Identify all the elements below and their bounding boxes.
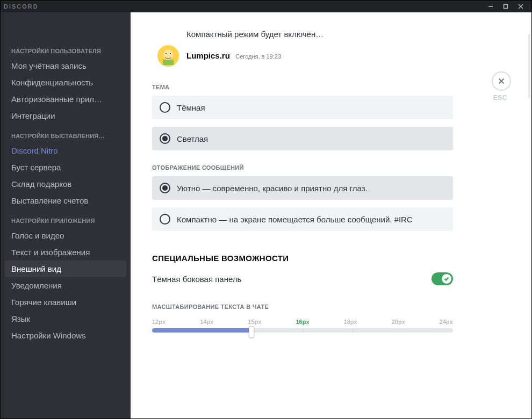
radio-icon: [160, 133, 170, 144]
close-settings-button[interactable]: [492, 71, 511, 91]
svg-point-11: [170, 53, 171, 54]
sidebar-item-integrations[interactable]: Интеграции: [5, 107, 126, 124]
settings-content: ESC Компактный режим будет включён… Lump…: [131, 12, 531, 418]
slider-tick: 15px: [248, 319, 261, 325]
preview-timestamp: Сегодня, в 19:23: [235, 53, 281, 60]
display-radio-group: Уютно — современно, красиво и приятно дл…: [152, 176, 453, 231]
sidebar-item-boost[interactable]: Буст сервера: [5, 159, 126, 176]
sidebar-item-appearance[interactable]: Внешний вид: [5, 261, 126, 277]
svg-point-10: [166, 53, 167, 54]
check-icon: [444, 276, 449, 281]
dark-sidebar-row: Тёмная боковая панель: [152, 272, 453, 285]
slider-tick: 20px: [392, 319, 405, 325]
slider-ticks: 12px 14px 15px 16px 18px 20px 24px: [152, 319, 453, 325]
chat-preview: Компактный режим будет включён… Lumpics.…: [157, 25, 510, 70]
sidebar-item-inventory[interactable]: Склад подарков: [5, 176, 126, 192]
sidebar-item-authorized[interactable]: Авторизованные прил…: [5, 91, 126, 107]
radio-theme-light[interactable]: Светлая: [152, 127, 453, 150]
preview-compact-text: Компактный режим будет включён…: [186, 30, 323, 39]
svg-rect-1: [504, 5, 508, 9]
switch-label: Тёмная боковая панель: [152, 274, 241, 284]
sidebar-header-user: НАСТРОЙКИ ПОЛЬЗОВАТЕЛЯ: [5, 45, 126, 57]
sidebar-item-account[interactable]: Моя учётная запись: [5, 57, 126, 74]
slider-tick: 24px: [440, 319, 453, 325]
close-label: ESC: [493, 94, 507, 102]
font-size-slider[interactable]: 12px 14px 15px 16px 18px 20px 24px: [152, 319, 453, 333]
close-window-icon[interactable]: [513, 1, 528, 12]
radio-label: Компактно — на экране помещается больше …: [177, 215, 413, 224]
radio-label: Светлая: [177, 134, 208, 143]
toggle-knob: [442, 274, 451, 284]
slider-tick: 18px: [344, 319, 357, 325]
sidebar-item-text[interactable]: Текст и изображения: [5, 244, 126, 261]
avatar: [157, 45, 179, 67]
sidebar-item-keybinds[interactable]: Горячие клавиши: [5, 294, 126, 310]
slider-track: [152, 328, 453, 333]
svg-rect-12: [163, 60, 174, 65]
radio-display-cozy[interactable]: Уютно — современно, красиво и приятно дл…: [152, 176, 453, 200]
sidebar-item-notifications[interactable]: Уведомления: [5, 277, 126, 294]
section-title-theme: ТЕМА: [152, 84, 510, 90]
sidebar-item-privacy[interactable]: Конфиденциальность: [5, 74, 126, 91]
preview-username: Lumpics.ru: [186, 51, 230, 60]
sidebar-header-app: НАСТРОЙКИ ПРИЛОЖЕНИЯ: [5, 214, 126, 227]
section-title-accessibility: СПЕЦИАЛЬНЫЕ ВОЗМОЖНОСТИ: [152, 254, 510, 263]
sidebar-item-windows[interactable]: Настройки Windows: [5, 327, 126, 344]
slider-tick: 16px: [296, 319, 309, 325]
scrollbar[interactable]: [528, 34, 530, 98]
radio-icon: [160, 214, 170, 225]
radio-theme-dark[interactable]: Тёмная: [152, 96, 453, 119]
sidebar-item-billing[interactable]: Выставление счетов: [5, 192, 126, 209]
sidebar-item-language[interactable]: Язык: [5, 310, 126, 327]
sidebar-item-voice[interactable]: Голос и видео: [5, 227, 126, 244]
section-title-scaling: МАСШТАБИРОВАНИЕ ТЕКСТА В ЧАТЕ: [152, 304, 510, 310]
section-title-display: ОТОБРАЖЕНИЕ СООБЩЕНИЙ: [152, 164, 510, 171]
settings-sidebar: НАСТРОЙКИ ПОЛЬЗОВАТЕЛЯ Моя учётная запис…: [1, 12, 131, 418]
radio-icon: [160, 183, 170, 193]
dark-sidebar-toggle[interactable]: [432, 272, 453, 285]
slider-tick: 14px: [200, 319, 213, 325]
radio-icon: [160, 102, 170, 113]
slider-knob[interactable]: [249, 326, 254, 338]
sidebar-item-nitro[interactable]: Discord Nitro: [5, 142, 126, 159]
app-logo: DISCORD: [4, 3, 39, 10]
sidebar-header-billing: НАСТРОЙКИ ВЫСТАВЛЕНИЯ…: [5, 129, 126, 142]
minimize-icon[interactable]: [483, 1, 498, 12]
slider-tick: 12px: [152, 319, 166, 325]
titlebar: DISCORD: [1, 1, 531, 12]
close-icon: [497, 77, 506, 85]
maximize-icon[interactable]: [498, 1, 513, 12]
radio-label: Уютно — современно, красиво и приятно дл…: [177, 184, 368, 193]
theme-radio-group: Тёмная Светлая: [152, 96, 453, 150]
radio-display-compact[interactable]: Компактно — на экране помещается больше …: [152, 207, 453, 231]
radio-label: Тёмная: [177, 103, 205, 112]
slider-fill: [152, 328, 251, 333]
